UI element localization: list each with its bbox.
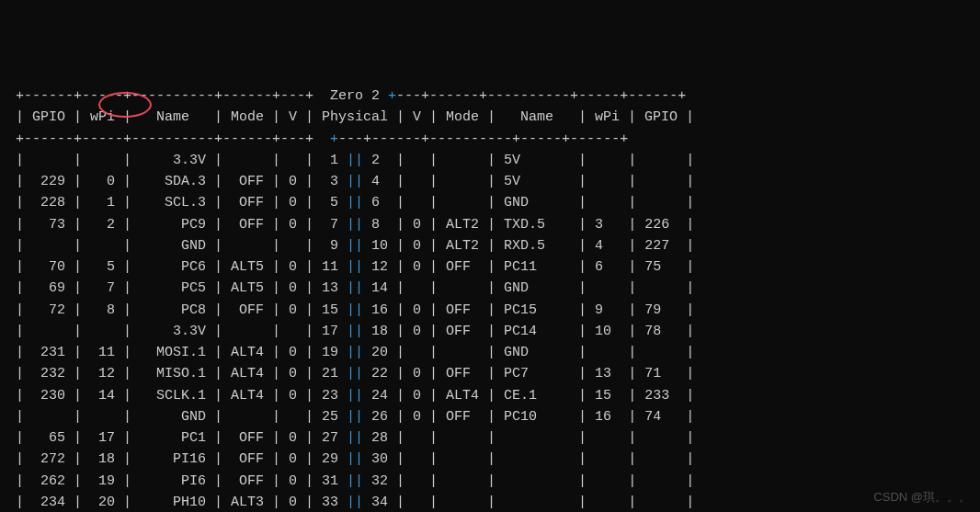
gpio-readall-output: +------+-----+----------+------+---+ Zer… <box>0 85 980 512</box>
watermark: CSDN @琪。。。 <box>873 488 971 506</box>
